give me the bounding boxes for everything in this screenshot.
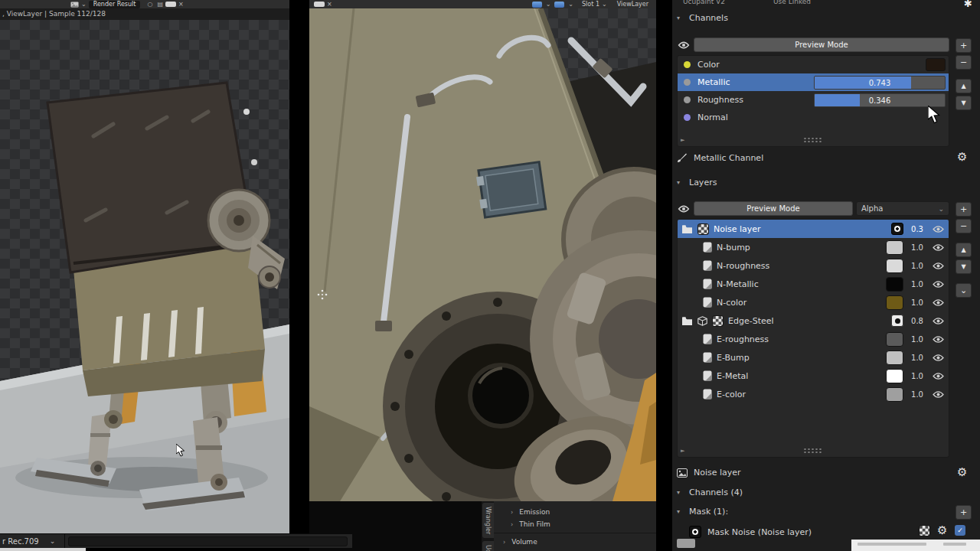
layer-visibility-toggle[interactable] <box>931 332 945 346</box>
mask-settings-gear-icon[interactable]: ⚙ <box>937 525 947 536</box>
add-channel-button[interactable]: + <box>956 38 972 53</box>
channel-row-metallic[interactable]: Metallic0.743 <box>678 73 949 91</box>
layer-row-n-roughness[interactable]: N-roughness1.0 <box>678 256 949 275</box>
layer-opacity-value[interactable]: 1.0 <box>908 262 926 270</box>
tab-ucupaint[interactable]: Ucu <box>482 541 494 551</box>
layer-opacity-value[interactable]: 1.0 <box>908 280 926 289</box>
new-image-icon[interactable]: ▤ <box>157 1 163 8</box>
chevron-down-icon[interactable]: ⌄ <box>81 1 87 8</box>
pin-icon[interactable]: ✱ <box>964 0 972 8</box>
layer-visibility-toggle[interactable] <box>931 350 945 364</box>
layer-color-swatch[interactable] <box>886 277 903 292</box>
render-slot-select[interactable]: Slot 1 <box>582 1 599 8</box>
remove-layer-button[interactable]: − <box>956 219 972 233</box>
layer-row-e-color[interactable]: E-color1.0 <box>678 385 949 403</box>
chevron-down-icon[interactable]: ⌄ <box>546 1 551 8</box>
layer-color-swatch[interactable] <box>886 350 903 365</box>
layer-row-edge-steel[interactable]: Edge-Steel0.8 <box>678 311 949 330</box>
mask-item-row[interactable]: Mask Noise (Noise layer) <box>689 526 812 538</box>
layer-row-e-roughness[interactable]: E-roughness1.0 <box>678 330 949 348</box>
channels-preview-eye-button[interactable] <box>677 38 691 52</box>
channel-settings-gear-icon[interactable]: ⚙ <box>957 152 967 163</box>
channel-value-slider[interactable]: 0.346 <box>814 93 946 107</box>
layer-opacity-value[interactable]: 1.0 <box>908 243 926 252</box>
layer-opacity-value[interactable]: 0.8 <box>908 317 926 325</box>
layer-visibility-toggle[interactable] <box>931 295 945 309</box>
render-result-icon[interactable] <box>554 2 564 8</box>
layer-color-swatch[interactable] <box>886 387 903 402</box>
render-result-view[interactable] <box>0 20 289 533</box>
expand-icon[interactable]: ► <box>681 448 684 454</box>
chevron-down-icon[interactable]: ⌄ <box>602 1 607 8</box>
blend-mode-dropdown[interactable]: Alpha ⌄ <box>856 201 949 216</box>
layer-color-swatch[interactable] <box>886 369 903 383</box>
layer-channels-header[interactable]: ▾ Channels (4) <box>677 487 743 497</box>
layer-row-noise-layer[interactable]: Noise layer0.3 <box>678 220 949 238</box>
chevron-down-icon[interactable]: ⌄ <box>50 537 56 545</box>
layer-visibility-toggle[interactable] <box>931 259 945 272</box>
mask-texture-icon[interactable] <box>919 525 930 536</box>
unlink-icon[interactable]: × <box>178 1 184 8</box>
move-channel-up-button[interactable]: ▲ <box>956 79 972 93</box>
panel-emission[interactable]: › Emission <box>494 506 656 518</box>
open-image-button[interactable] <box>314 2 325 7</box>
layers-preview-eye-button[interactable] <box>677 202 691 216</box>
channel-row-color[interactable]: Color <box>678 56 949 73</box>
move-channel-down-button[interactable]: ▼ <box>956 96 972 110</box>
channels-section-header[interactable]: ▾ Channels <box>677 13 728 23</box>
metallic-channel-header[interactable]: Metallic Channel <box>677 152 763 163</box>
layer-color-swatch[interactable] <box>886 332 903 347</box>
panel-volume[interactable]: › Volume <box>494 536 656 548</box>
layer-opacity-value[interactable]: 1.0 <box>908 390 926 399</box>
layer-color-swatch[interactable] <box>886 240 903 255</box>
layer-visibility-toggle[interactable] <box>931 240 945 254</box>
layer-row-n-bump[interactable]: N-bump1.0 <box>678 238 949 256</box>
active-layer-header[interactable]: Noise layer <box>677 468 741 478</box>
mask-thumbnail-icon[interactable] <box>689 526 701 538</box>
open-image-button[interactable] <box>165 2 176 7</box>
layer-visibility-toggle[interactable] <box>931 314 945 328</box>
add-mask-button[interactable]: + <box>956 505 972 520</box>
layer-mask-icon[interactable] <box>891 223 903 235</box>
layer-color-swatch[interactable] <box>886 295 903 310</box>
layer-settings-gear-icon[interactable]: ⚙ <box>957 467 967 478</box>
panel-thin-film[interactable]: › Thin Film <box>494 518 656 530</box>
expand-icon[interactable]: ► <box>681 137 684 143</box>
layer-visibility-toggle[interactable] <box>931 222 945 236</box>
image-datablock-icon[interactable] <box>532 2 542 8</box>
mask-section-header[interactable]: ▾ Mask (1): <box>677 507 728 517</box>
layer-row-n-metallic[interactable]: N-Metallic1.0 <box>678 275 949 293</box>
channel-row-normal[interactable]: Normal <box>678 109 949 126</box>
layer-visibility-toggle[interactable] <box>931 277 945 291</box>
browse-image-icon[interactable]: ○ <box>147 1 152 8</box>
resize-grip[interactable] <box>803 448 822 453</box>
closeup-viewport[interactable] <box>309 8 656 501</box>
channels-preview-mode-button[interactable]: Preview Mode <box>694 37 949 52</box>
render-image-name[interactable]: Render Result <box>89 1 141 8</box>
close-icon[interactable]: × <box>327 1 332 8</box>
layer-color-swatch[interactable] <box>886 259 903 273</box>
layer-opacity-value[interactable]: 1.0 <box>908 372 926 380</box>
colorspace-label[interactable]: r Rec.709 <box>0 537 39 546</box>
layer-visibility-toggle[interactable] <box>931 387 945 401</box>
resize-grip[interactable] <box>803 137 822 142</box>
layer-row-e-bump[interactable]: E-Bump1.0 <box>678 348 949 367</box>
channel-color-swatch[interactable] <box>926 58 946 71</box>
move-layer-down-button[interactable]: ▼ <box>956 259 972 274</box>
layer-opacity-value[interactable]: 1.0 <box>908 298 926 307</box>
layer-row-n-color[interactable]: N-color1.0 <box>678 293 949 311</box>
channel-row-roughness[interactable]: Roughness0.346 <box>678 91 949 109</box>
layer-opacity-value[interactable]: 1.0 <box>908 335 926 344</box>
mask-enable-checkbox[interactable]: ✓ <box>955 525 965 536</box>
tab-wrangler[interactable]: Wrangler <box>482 503 494 538</box>
remove-channel-button[interactable]: − <box>956 55 972 70</box>
channel-value-slider[interactable]: 0.743 <box>814 76 946 90</box>
layer-opacity-value[interactable]: 1.0 <box>908 354 926 362</box>
layers-preview-mode-button[interactable]: Preview Mode <box>694 201 853 216</box>
chevron-down-icon[interactable]: ⌄ <box>568 1 573 8</box>
add-layer-button[interactable]: + <box>956 202 972 217</box>
layers-section-header[interactable]: ▾ Layers <box>677 178 717 187</box>
layer-row-e-metal[interactable]: E-Metal1.0 <box>678 367 949 385</box>
layer-specials-menu-button[interactable]: ⌄ <box>956 283 972 298</box>
move-layer-up-button[interactable]: ▲ <box>956 243 972 257</box>
